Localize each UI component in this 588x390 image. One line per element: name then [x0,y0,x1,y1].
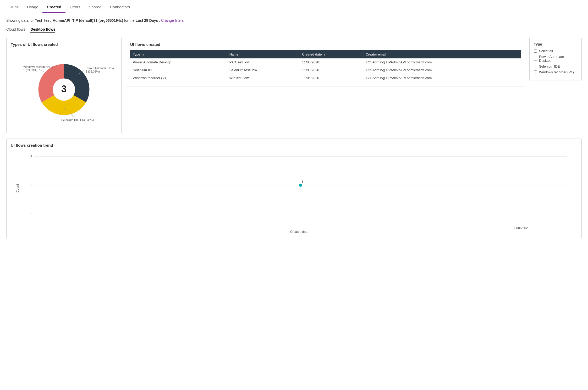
sub-tab-desktop-flows[interactable]: Desktop flows [30,27,55,33]
checkbox-windows-recorder-(v1)[interactable] [534,70,537,74]
filter-option-windows-recorder-(v1)[interactable]: Windows recorder (V1) [534,70,577,74]
sort-icon-date: ∨ [324,53,326,56]
filter-option-label: Selenium IDE [539,64,560,68]
sub-tab-cloud-flows[interactable]: Cloud flows [6,27,25,33]
table-row: Selenium IDESeleniumTestFlow11/05/2020TC… [130,66,521,74]
cell-name: SeleniumTestFlow [227,66,300,74]
svg-text:1 (33.33%): 1 (33.33%) [23,69,37,72]
select-all-label: Select all [539,49,553,53]
svg-text:3: 3 [30,183,32,187]
filter-options-container: Power Automate DesktopSelenium IDEWindow… [534,55,577,74]
x-axis-label: Created date [290,230,308,234]
trend-data-point [299,184,302,187]
col-name[interactable]: Name [227,50,300,58]
filter-panel-title: Type [534,42,577,46]
filter-select-all[interactable]: Select all [534,49,577,53]
trend-chart-title: UI flows creation trend [11,143,577,147]
ui-flows-table: Type ⇅ Name Created date ∨ Creator email [130,50,521,82]
filter-option-power-automate-desktop[interactable]: Power Automate Desktop [534,55,577,63]
donut-chart-area: 3 Power Automate Desktop 1 (33.33%) Wind… [11,50,117,129]
top-navigation: RunsUsageCreatedErrorsSharedConnectors [0,0,588,13]
svg-text:2: 2 [30,212,32,216]
svg-text:3: 3 [302,180,304,183]
cell-type: Power Automate Desktop [130,58,227,66]
sort-icon-type: ⇅ [142,53,144,56]
cell-email: TCSAdmin@TIPAdminAPI.onmicrosoft.com [363,74,521,82]
nav-item-usage[interactable]: Usage [23,2,42,13]
filter-org: Test_test_AdminAPI_TIP (default)31 (org5… [35,18,123,23]
sub-tabs-container: Cloud flowsDesktop flows [6,27,582,33]
col-type[interactable]: Type ⇅ [130,50,227,58]
table-panel: UI flows created Type ⇅ Name Created dat… [126,38,525,86]
cell-created_date: 11/05/2020 [299,66,363,74]
donut-chart-title: Types of UI flows created [11,42,117,47]
svg-text:1 (33.33%): 1 (33.33%) [86,70,100,73]
filter-option-label: Windows recorder (V1) [539,70,574,74]
main-content: Showing data for Test_test_AdminAPI_TIP … [0,13,588,243]
col-created-date[interactable]: Created date ∨ [299,50,363,58]
donut-chart-panel: Types of UI flows created 3 Power Automa… [6,38,122,133]
cell-created_date: 11/05/2020 [299,74,363,82]
svg-text:4: 4 [30,155,32,158]
cell-name: PADTestFlow [227,58,300,66]
table-row: Power Automate DesktopPADTestFlow11/05/2… [130,58,521,66]
svg-text:Power Automate Desktop: Power Automate Desktop [86,67,114,70]
cell-type: Selenium IDE [130,66,227,74]
x-tick-label: 11/06/2020 [514,226,530,230]
table-header-row: Type ⇅ Name Created date ∨ Creator email [130,50,521,58]
cell-email: TCSAdmin@TIPAdminAPI.onmicrosoft.com [363,66,521,74]
svg-text:3: 3 [61,84,67,94]
table-body: Power Automate DesktopPADTestFlow11/05/2… [130,58,521,82]
y-axis-label: Count [16,184,19,192]
cell-email: TCSAdmin@TIPAdminAPI.onmicrosoft.com [363,58,521,66]
nav-item-runs[interactable]: Runs [5,2,23,13]
change-filters-link[interactable]: Change filters [161,18,184,23]
svg-text:Windows recorder (V1): Windows recorder (V1) [23,65,53,68]
filter-mid: for the [124,18,135,23]
svg-text:Selenium IDE 1 (33.33%): Selenium IDE 1 (33.33%) [61,118,94,122]
filter-prefix: Showing data for [6,18,34,23]
filter-suffix: . [159,18,160,23]
trend-chart-panel: UI flows creation trend Count 2343 11/06… [6,139,582,238]
filter-option-selenium-ide[interactable]: Selenium IDE [534,64,577,68]
nav-item-created[interactable]: Created [42,2,65,13]
donut-svg: 3 Power Automate Desktop 1 (33.33%) Wind… [14,50,114,129]
nav-item-shared[interactable]: Shared [85,2,106,13]
filter-panel: Type Select all Power Automate DesktopSe… [529,38,582,80]
cell-type: Windows recorder (V1) [130,74,227,82]
col-creator-email[interactable]: Creator email [363,50,521,58]
filter-option-label: Power Automate Desktop [539,55,577,63]
checkbox-power-automate-desktop[interactable] [534,57,537,61]
x-axis-label-container: 11/06/2020 Created date [21,226,577,234]
filter-period: Last 28 Days [136,18,158,23]
nav-item-connectors[interactable]: Connectors [106,2,134,13]
cell-name: WinTestFlow [227,74,300,82]
checkbox-select-all[interactable] [534,49,537,53]
cell-created_date: 11/05/2020 [299,58,363,66]
table-title: UI flows created [130,42,521,47]
filter-description: Showing data for Test_test_AdminAPI_TIP … [6,18,582,23]
trend-svg: 2343 [24,151,577,224]
nav-item-errors[interactable]: Errors [65,2,85,13]
panels-row: Types of UI flows created 3 Power Automa… [6,38,582,133]
table-row: Windows recorder (V1)WinTestFlow11/05/20… [130,74,521,82]
checkbox-selenium-ide[interactable] [534,65,537,68]
